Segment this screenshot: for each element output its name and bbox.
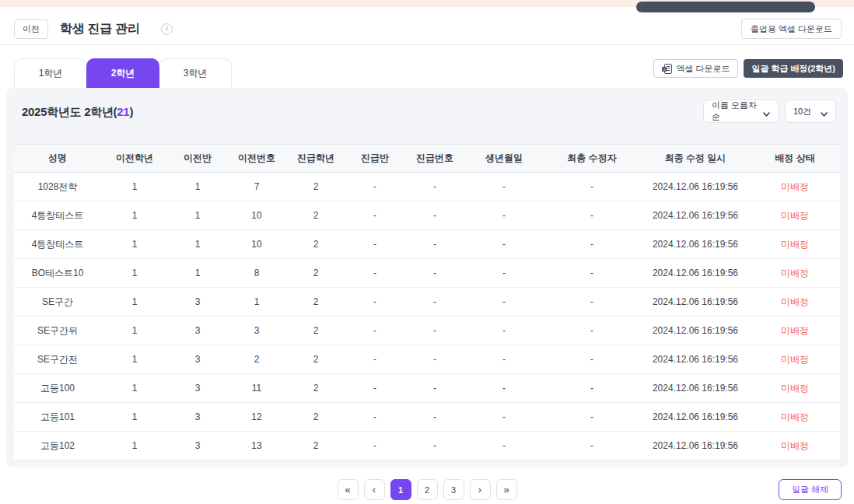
column-header: 이전번호 xyxy=(227,145,286,173)
chevron-down-icon xyxy=(763,109,770,114)
data-cell: 2024.12.06 16:19:56 xyxy=(641,345,750,374)
data-cell: - xyxy=(404,374,465,403)
data-cell: - xyxy=(465,432,543,460)
data-cell: - xyxy=(465,201,543,230)
data-cell: 2 xyxy=(286,259,345,288)
page-size-select[interactable]: 10건 xyxy=(785,100,836,123)
pagination-last-button[interactable]: » xyxy=(496,479,517,500)
data-cell: 2 xyxy=(286,317,345,345)
data-cell: 1 xyxy=(101,345,168,374)
data-cell: 3 xyxy=(168,432,227,460)
student-name-cell: 4틍창테스트 xyxy=(14,201,101,230)
status-cell: 미배정 xyxy=(750,288,840,317)
status-cell: 미배정 xyxy=(750,259,840,288)
excel-download-button[interactable]: x 엑셀 다운로드 xyxy=(653,59,738,78)
data-cell: 2 xyxy=(286,432,345,460)
status-cell: 미배정 xyxy=(750,230,840,259)
student-name-cell: 고등102 xyxy=(14,432,101,460)
page-header: 이전 학생 진급 관리 i 졸업용 엑셀 다운로드 xyxy=(0,14,854,45)
status-cell: 미배정 xyxy=(750,403,840,432)
data-cell: - xyxy=(345,374,404,403)
data-cell: 2 xyxy=(286,173,345,201)
data-cell: - xyxy=(404,288,465,317)
data-cell: - xyxy=(345,432,404,460)
data-cell: 2 xyxy=(286,374,345,403)
status-cell: 미배정 xyxy=(750,432,840,460)
student-name-cell: 고등100 xyxy=(14,374,101,403)
data-cell: - xyxy=(465,259,543,288)
cropped-dark-tooltip xyxy=(636,2,815,12)
table-row: 고등10013112----2024.12.06 16:19:56미배정 xyxy=(14,374,840,403)
tab-grade-3[interactable]: 3학년 xyxy=(159,58,232,88)
data-cell: 2024.12.06 16:19:56 xyxy=(641,201,750,230)
data-cell: 2024.12.06 16:19:56 xyxy=(641,288,750,317)
table-row: SE구간뒤1332----2024.12.06 16:19:56미배정 xyxy=(14,317,840,345)
pagination-next-button[interactable]: › xyxy=(470,479,491,500)
data-cell: 2 xyxy=(286,403,345,432)
data-cell: 7 xyxy=(227,173,286,201)
svg-text:x: x xyxy=(663,66,666,71)
status-cell: 미배정 xyxy=(750,345,840,374)
tab-grade-1[interactable]: 1학년 xyxy=(14,58,87,88)
pagination-page-3[interactable]: 3 xyxy=(443,479,464,500)
graduation-excel-download-button[interactable]: 졸업용 엑셀 다운로드 xyxy=(741,19,842,39)
pagination-page-1[interactable]: 1 xyxy=(390,479,411,500)
data-cell: - xyxy=(345,288,404,317)
data-cell: - xyxy=(345,201,404,230)
student-name-cell: 4틍창테스트 xyxy=(14,230,101,259)
grade-tabs: 1학년2학년3학년 xyxy=(14,58,231,88)
data-cell: - xyxy=(465,173,543,201)
data-cell: 3 xyxy=(227,317,286,345)
table-toolbar: x 엑셀 다운로드 일괄 학급 배정(2학년) xyxy=(653,59,843,78)
panel-title-text: 2025학년도 2학년( xyxy=(22,105,117,118)
column-header: 진급번호 xyxy=(404,145,465,173)
data-cell: - xyxy=(543,317,641,345)
table-row: 고등10213132----2024.12.06 16:19:56미배정 xyxy=(14,432,840,460)
column-header: 배정 상태 xyxy=(750,145,840,173)
content-panel: 2025학년도 2학년(21) 이름 오름차순 10건 성명이전학년이전반이전번… xyxy=(6,88,848,467)
data-cell: 10 xyxy=(227,201,286,230)
data-cell: - xyxy=(465,317,543,345)
info-icon[interactable]: i xyxy=(161,23,173,35)
back-button[interactable]: 이전 xyxy=(14,19,48,39)
bulk-release-button[interactable]: 일괄 해제 xyxy=(779,479,842,500)
column-header: 진급반 xyxy=(345,145,404,173)
data-cell: 1 xyxy=(101,288,168,317)
sort-order-select[interactable]: 이름 오름차순 xyxy=(703,100,779,123)
tab-grade-2[interactable]: 2학년 xyxy=(86,58,159,88)
student-name-cell: SE구간 xyxy=(14,288,101,317)
pagination-first-button[interactable]: « xyxy=(338,479,359,500)
data-cell: 1 xyxy=(168,173,227,201)
chevron-down-icon xyxy=(821,109,828,114)
status-cell: 미배정 xyxy=(750,201,840,230)
data-cell: 10 xyxy=(227,230,286,259)
data-cell: - xyxy=(404,345,465,374)
data-cell: 1 xyxy=(101,403,168,432)
panel-title-close: ) xyxy=(129,105,133,118)
table-row: SE구간1312----2024.12.06 16:19:56미배정 xyxy=(14,288,840,317)
data-cell: 3 xyxy=(168,345,227,374)
data-cell: 1 xyxy=(101,173,168,201)
data-cell: 8 xyxy=(227,259,286,288)
data-cell: 1 xyxy=(168,201,227,230)
excel-icon: x xyxy=(662,64,672,74)
student-name-cell: 1028전학 xyxy=(14,173,101,201)
data-cell: 1 xyxy=(101,374,168,403)
data-cell: 1 xyxy=(168,259,227,288)
data-cell: - xyxy=(543,288,641,317)
data-cell: - xyxy=(404,432,465,460)
table-header: 성명이전학년이전반이전번호진급학년진급반진급번호생년월일최총 수정자최종 수정 … xyxy=(14,145,840,173)
data-cell: - xyxy=(465,230,543,259)
data-cell: 2 xyxy=(286,201,345,230)
column-header: 이전학년 xyxy=(101,145,168,173)
pagination-page-2[interactable]: 2 xyxy=(417,479,438,500)
data-cell: 1 xyxy=(101,432,168,460)
student-name-cell: BO테스트10 xyxy=(14,259,101,288)
column-header: 최종 수정 일시 xyxy=(641,145,750,173)
data-cell: - xyxy=(345,317,404,345)
data-cell: - xyxy=(543,259,641,288)
pagination-prev-button[interactable]: ‹ xyxy=(364,479,385,500)
table-row: 1028전학1172----2024.12.06 16:19:56미배정 xyxy=(14,173,840,201)
data-cell: 1 xyxy=(101,317,168,345)
bulk-class-assign-button[interactable]: 일괄 학급 배정(2학년) xyxy=(744,59,843,78)
